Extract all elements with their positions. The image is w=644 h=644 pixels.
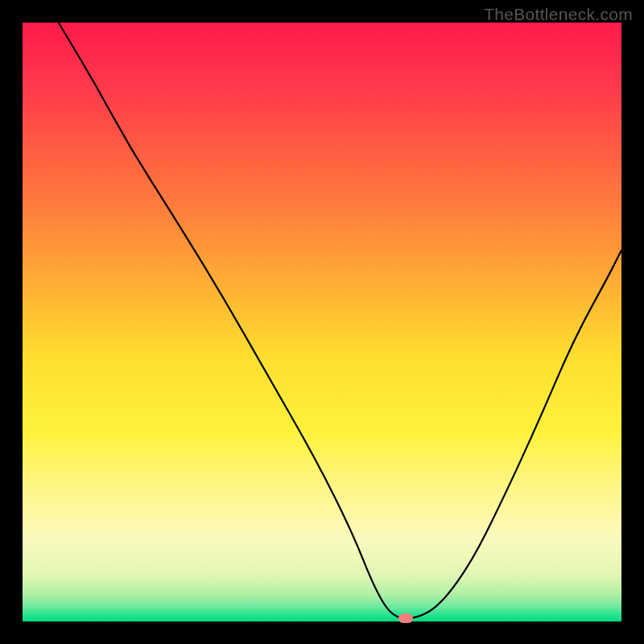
bottleneck-marker	[398, 613, 413, 623]
watermark-text: TheBottleneck.com	[484, 5, 633, 24]
bottleneck-curve	[23, 23, 621, 621]
plot-area	[23, 23, 621, 621]
chart-frame: TheBottleneck.com	[0, 0, 644, 644]
